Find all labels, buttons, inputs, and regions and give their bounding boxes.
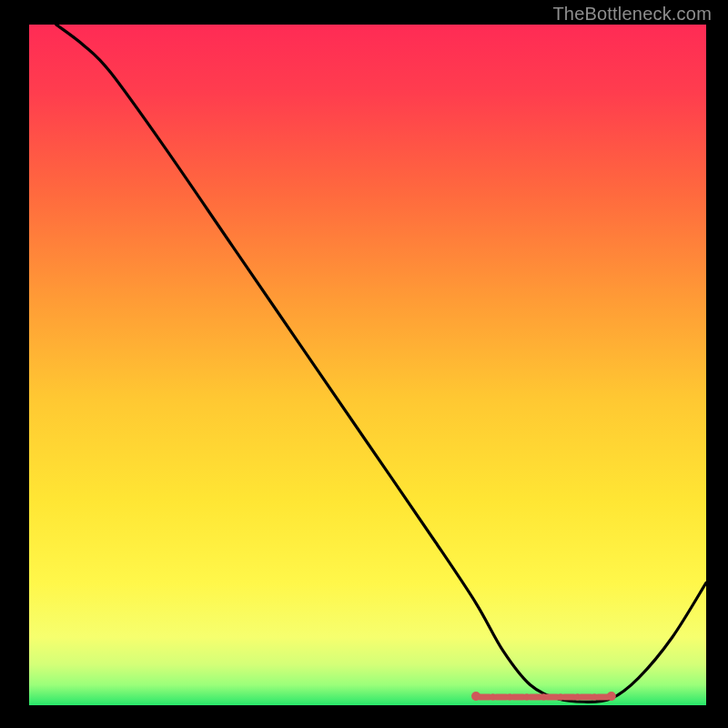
curve-canvas [29,25,706,705]
plot-area [29,25,706,705]
watermark-text: TheBottleneck.com [552,4,712,25]
chart-frame: TheBottleneck.com [0,0,728,728]
